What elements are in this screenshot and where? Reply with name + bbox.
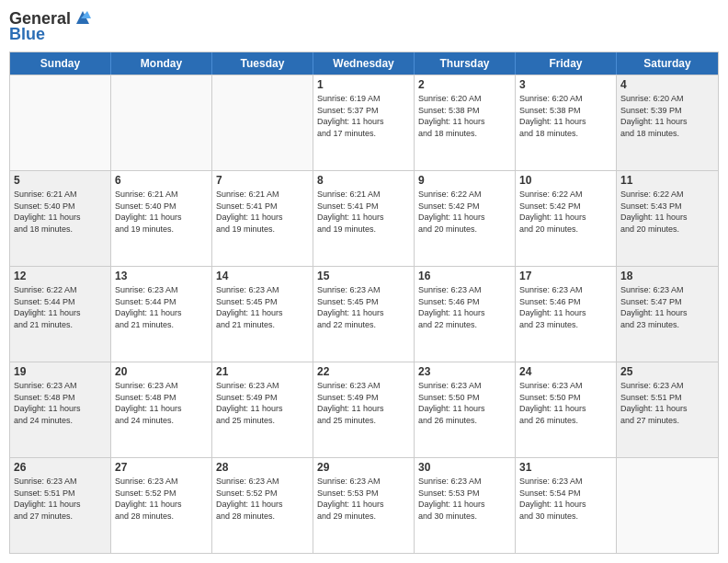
day-cell-8: 8Sunrise: 6:21 AM Sunset: 5:41 PM Daylig…	[313, 171, 415, 266]
calendar-row-4: 19Sunrise: 6:23 AM Sunset: 5:48 PM Dayli…	[10, 362, 718, 457]
logo-icon	[73, 7, 93, 28]
day-cell-3: 3Sunrise: 6:20 AM Sunset: 5:38 PM Daylig…	[516, 75, 617, 170]
cell-info: Sunrise: 6:22 AM Sunset: 5:44 PM Dayligh…	[14, 284, 107, 330]
empty-cell	[212, 75, 313, 170]
day-number: 12	[14, 270, 107, 282]
empty-cell	[10, 75, 111, 170]
day-number: 27	[115, 461, 208, 474]
cell-info: Sunrise: 6:23 AM Sunset: 5:45 PM Dayligh…	[317, 284, 410, 330]
day-cell-6: 6Sunrise: 6:21 AM Sunset: 5:40 PM Daylig…	[111, 171, 212, 266]
calendar-row-3: 12Sunrise: 6:22 AM Sunset: 5:44 PM Dayli…	[10, 266, 718, 362]
day-header-thursday: Thursday	[415, 52, 516, 75]
calendar-header: SundayMondayTuesdayWednesdayThursdayFrid…	[10, 52, 718, 75]
day-cell-31: 31Sunrise: 6:23 AM Sunset: 5:54 PM Dayli…	[516, 458, 617, 553]
day-cell-16: 16Sunrise: 6:23 AM Sunset: 5:46 PM Dayli…	[415, 267, 516, 362]
day-cell-7: 7Sunrise: 6:21 AM Sunset: 5:41 PM Daylig…	[212, 171, 313, 266]
day-header-wednesday: Wednesday	[313, 52, 415, 75]
cell-info: Sunrise: 6:19 AM Sunset: 5:37 PM Dayligh…	[317, 93, 410, 139]
calendar: SundayMondayTuesdayWednesdayThursdayFrid…	[9, 52, 719, 554]
empty-cell	[111, 75, 212, 170]
day-cell-28: 28Sunrise: 6:23 AM Sunset: 5:52 PM Dayli…	[212, 458, 313, 553]
day-number: 7	[216, 174, 309, 187]
day-cell-17: 17Sunrise: 6:23 AM Sunset: 5:46 PM Dayli…	[516, 267, 617, 362]
day-cell-1: 1Sunrise: 6:19 AM Sunset: 5:37 PM Daylig…	[313, 75, 415, 170]
day-number: 28	[216, 461, 309, 474]
cell-info: Sunrise: 6:23 AM Sunset: 5:49 PM Dayligh…	[216, 380, 309, 426]
day-number: 24	[519, 365, 612, 378]
day-cell-29: 29Sunrise: 6:23 AM Sunset: 5:53 PM Dayli…	[313, 458, 415, 553]
day-cell-21: 21Sunrise: 6:23 AM Sunset: 5:49 PM Dayli…	[212, 362, 313, 457]
day-number: 5	[14, 174, 107, 187]
cell-info: Sunrise: 6:22 AM Sunset: 5:43 PM Dayligh…	[620, 189, 714, 235]
day-cell-22: 22Sunrise: 6:23 AM Sunset: 5:49 PM Dayli…	[313, 362, 415, 457]
calendar-row-5: 26Sunrise: 6:23 AM Sunset: 5:51 PM Dayli…	[10, 457, 718, 553]
day-cell-27: 27Sunrise: 6:23 AM Sunset: 5:52 PM Dayli…	[111, 458, 212, 553]
day-cell-2: 2Sunrise: 6:20 AM Sunset: 5:38 PM Daylig…	[415, 75, 516, 170]
cell-info: Sunrise: 6:23 AM Sunset: 5:53 PM Dayligh…	[418, 476, 511, 522]
calendar-row-2: 5Sunrise: 6:21 AM Sunset: 5:40 PM Daylig…	[10, 170, 718, 266]
day-number: 14	[216, 270, 309, 282]
day-cell-19: 19Sunrise: 6:23 AM Sunset: 5:48 PM Dayli…	[10, 362, 111, 457]
cell-info: Sunrise: 6:21 AM Sunset: 5:41 PM Dayligh…	[317, 189, 410, 235]
cell-info: Sunrise: 6:22 AM Sunset: 5:42 PM Dayligh…	[519, 189, 612, 235]
day-number: 6	[115, 174, 208, 187]
day-cell-13: 13Sunrise: 6:23 AM Sunset: 5:44 PM Dayli…	[111, 267, 212, 362]
cell-info: Sunrise: 6:23 AM Sunset: 5:46 PM Dayligh…	[519, 284, 612, 330]
logo: General Blue	[9, 9, 93, 44]
day-number: 9	[418, 174, 511, 187]
day-number: 11	[620, 174, 714, 187]
cell-info: Sunrise: 6:20 AM Sunset: 5:38 PM Dayligh…	[418, 93, 511, 139]
cell-info: Sunrise: 6:23 AM Sunset: 5:44 PM Dayligh…	[115, 284, 208, 330]
day-number: 30	[418, 461, 511, 474]
empty-cell	[617, 458, 718, 553]
cell-info: Sunrise: 6:23 AM Sunset: 5:45 PM Dayligh…	[216, 284, 309, 330]
page: General Blue SundayMondayTuesdayWednesda…	[0, 0, 728, 563]
day-number: 22	[317, 365, 410, 378]
day-cell-4: 4Sunrise: 6:20 AM Sunset: 5:39 PM Daylig…	[617, 75, 718, 170]
day-number: 13	[115, 270, 208, 282]
day-number: 19	[14, 365, 107, 378]
cell-info: Sunrise: 6:23 AM Sunset: 5:50 PM Dayligh…	[418, 380, 511, 426]
cell-info: Sunrise: 6:23 AM Sunset: 5:51 PM Dayligh…	[620, 380, 714, 426]
calendar-row-1: 1Sunrise: 6:19 AM Sunset: 5:37 PM Daylig…	[10, 75, 718, 170]
cell-info: Sunrise: 6:23 AM Sunset: 5:52 PM Dayligh…	[216, 476, 309, 522]
cell-info: Sunrise: 6:20 AM Sunset: 5:38 PM Dayligh…	[519, 93, 612, 139]
calendar-body: 1Sunrise: 6:19 AM Sunset: 5:37 PM Daylig…	[10, 75, 718, 553]
day-cell-25: 25Sunrise: 6:23 AM Sunset: 5:51 PM Dayli…	[617, 362, 718, 457]
cell-info: Sunrise: 6:23 AM Sunset: 5:50 PM Dayligh…	[519, 380, 612, 426]
day-cell-5: 5Sunrise: 6:21 AM Sunset: 5:40 PM Daylig…	[10, 171, 111, 266]
cell-info: Sunrise: 6:20 AM Sunset: 5:39 PM Dayligh…	[620, 93, 714, 139]
day-cell-12: 12Sunrise: 6:22 AM Sunset: 5:44 PM Dayli…	[10, 267, 111, 362]
day-cell-9: 9Sunrise: 6:22 AM Sunset: 5:42 PM Daylig…	[415, 171, 516, 266]
day-cell-10: 10Sunrise: 6:22 AM Sunset: 5:42 PM Dayli…	[516, 171, 617, 266]
cell-info: Sunrise: 6:23 AM Sunset: 5:54 PM Dayligh…	[519, 476, 612, 522]
cell-info: Sunrise: 6:23 AM Sunset: 5:49 PM Dayligh…	[317, 380, 410, 426]
day-cell-15: 15Sunrise: 6:23 AM Sunset: 5:45 PM Dayli…	[313, 267, 415, 362]
day-number: 3	[519, 78, 612, 91]
cell-info: Sunrise: 6:23 AM Sunset: 5:48 PM Dayligh…	[14, 380, 107, 426]
day-header-tuesday: Tuesday	[212, 52, 313, 75]
day-cell-14: 14Sunrise: 6:23 AM Sunset: 5:45 PM Dayli…	[212, 267, 313, 362]
day-number: 1	[317, 78, 410, 91]
day-number: 4	[620, 78, 714, 91]
day-number: 10	[519, 174, 612, 187]
cell-info: Sunrise: 6:23 AM Sunset: 5:53 PM Dayligh…	[317, 476, 410, 522]
day-number: 26	[14, 461, 107, 474]
day-number: 8	[317, 174, 410, 187]
day-cell-30: 30Sunrise: 6:23 AM Sunset: 5:53 PM Dayli…	[415, 458, 516, 553]
cell-info: Sunrise: 6:22 AM Sunset: 5:42 PM Dayligh…	[418, 189, 511, 235]
day-header-friday: Friday	[516, 52, 617, 75]
day-number: 15	[317, 270, 410, 282]
header: General Blue	[9, 9, 719, 44]
day-number: 2	[418, 78, 511, 91]
day-header-saturday: Saturday	[617, 52, 718, 75]
cell-info: Sunrise: 6:21 AM Sunset: 5:41 PM Dayligh…	[216, 189, 309, 235]
cell-info: Sunrise: 6:23 AM Sunset: 5:52 PM Dayligh…	[115, 476, 208, 522]
day-cell-18: 18Sunrise: 6:23 AM Sunset: 5:47 PM Dayli…	[617, 267, 718, 362]
day-number: 20	[115, 365, 208, 378]
day-cell-20: 20Sunrise: 6:23 AM Sunset: 5:48 PM Dayli…	[111, 362, 212, 457]
day-header-sunday: Sunday	[10, 52, 111, 75]
day-number: 18	[620, 270, 714, 282]
day-cell-23: 23Sunrise: 6:23 AM Sunset: 5:50 PM Dayli…	[415, 362, 516, 457]
day-number: 29	[317, 461, 410, 474]
